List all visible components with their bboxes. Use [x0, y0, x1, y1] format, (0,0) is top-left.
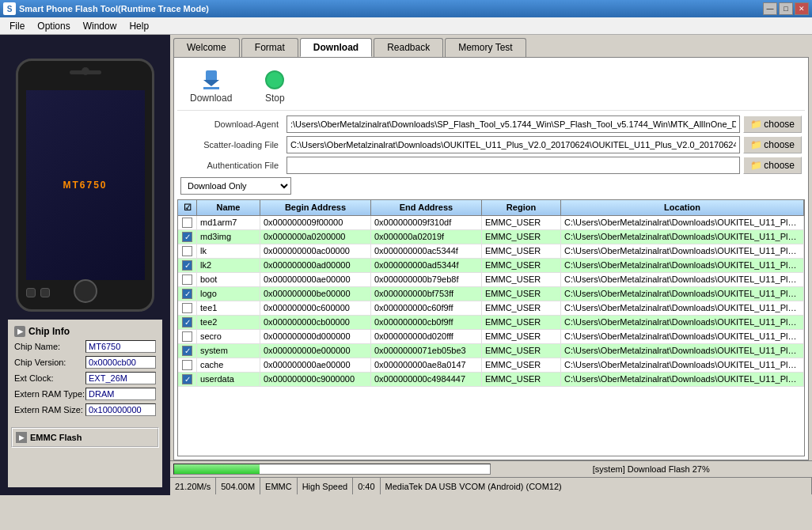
- main-layout: MT6750 ▶ Chip Info Chip Name:: [0, 35, 812, 495]
- close-button[interactable]: ✕: [795, 2, 809, 15]
- status-row: 21.20M/s 504.00M EMMC High Speed 0:40 Me…: [170, 477, 812, 494]
- emmc-section: ▶ EMMC Flash: [11, 427, 159, 448]
- download-icon: [199, 67, 224, 93]
- folder-icon3: 📁: [750, 160, 762, 171]
- row-region: EMMC_USER: [482, 330, 561, 343]
- row-name: md1arm7: [197, 216, 260, 229]
- row-checkbox[interactable]: ✓: [182, 374, 192, 384]
- menu-help[interactable]: Help: [123, 19, 155, 33]
- left-panel: MT6750 ▶ Chip Info Chip Name:: [0, 35, 170, 495]
- auth-file-choose-button[interactable]: 📁 choose: [743, 157, 802, 174]
- chip-info-icon: ▶: [14, 326, 25, 337]
- minimize-button[interactable]: —: [763, 2, 777, 15]
- form-section: Download-Agent 📁 choose Scatter-loading …: [177, 114, 805, 199]
- tab-format[interactable]: Format: [241, 38, 298, 57]
- col-end-addr: End Address: [371, 200, 482, 215]
- progress-text: [system] Download Flash 27%: [494, 464, 810, 474]
- download-button[interactable]: Download: [184, 64, 238, 107]
- row-location: C:\Users\OberMetalzinalrat\Downloads\OUK…: [561, 287, 804, 301]
- col-name: Name: [197, 200, 260, 215]
- status-size: 504.00M: [216, 478, 260, 494]
- row-checkbox[interactable]: ✓: [182, 317, 192, 327]
- row-checkbox-cell: [178, 330, 197, 343]
- tab-download[interactable]: Download: [300, 38, 372, 57]
- row-region: EMMC_USER: [482, 316, 561, 329]
- row-name: boot: [197, 273, 260, 286]
- row-begin-addr: 0x000000000ac00000: [260, 244, 371, 258]
- table-row: ✓md3img0x0000000a02000000x000000a02019fE…: [178, 230, 804, 244]
- row-location: C:\Users\OberMetalzinalrat\Downloads\OUK…: [561, 230, 804, 244]
- row-checkbox[interactable]: [182, 274, 192, 285]
- phone-home-button: [74, 279, 97, 303]
- auth-file-label: Authentication File: [180, 161, 283, 170]
- row-end-addr: 0x000000009f310df: [371, 216, 482, 229]
- maximize-button[interactable]: □: [779, 2, 793, 15]
- row-location: C:\Users\OberMetalzinalrat\Downloads\OUK…: [561, 344, 804, 358]
- row-checkbox[interactable]: ✓: [182, 260, 192, 271]
- menu-options[interactable]: Options: [31, 19, 76, 33]
- row-end-addr: 0x000000000d020fff: [371, 330, 482, 343]
- right-panel: Welcome Format Download Readback Memory …: [170, 35, 812, 495]
- emmc-icon: ▶: [16, 432, 27, 443]
- scatter-loading-label: Scatter-loading File: [180, 140, 283, 150]
- row-checkbox[interactable]: [182, 303, 192, 313]
- table-row: ✓userdata0x000000000c90000000x000000000c…: [178, 373, 804, 387]
- table-row: ✓system0x000000000e0000000x0000000071eb0…: [178, 344, 804, 358]
- progress-bar-container: [173, 464, 491, 475]
- row-name: md3img: [197, 230, 260, 244]
- status-bar: [system] Download Flash 27% 21.20M/s 504…: [170, 460, 812, 495]
- scatter-loading-choose-button[interactable]: 📁 choose: [743, 136, 802, 153]
- row-end-addr: 0x000000000bf753ff: [371, 287, 482, 301]
- menu-file[interactable]: File: [3, 19, 31, 33]
- row-checkbox[interactable]: [182, 246, 192, 256]
- phone-speaker: [70, 70, 101, 74]
- menu-window[interactable]: Window: [77, 19, 123, 33]
- stop-icon: [262, 67, 287, 93]
- download-agent-label: Download-Agent: [180, 119, 283, 129]
- phone-graphic: MT6750: [16, 59, 154, 312]
- row-checkbox[interactable]: [182, 331, 192, 342]
- download-agent-choose-button[interactable]: 📁 choose: [743, 115, 802, 133]
- scatter-loading-input[interactable]: [286, 136, 740, 153]
- col-region: Region: [482, 200, 561, 215]
- chip-row-ext-clock: Ext Clock: EXT_26M: [14, 372, 156, 384]
- status-speed: 21.20M/s: [170, 478, 216, 494]
- table-row: tee10x000000000c6000000x000000000c60f9ff…: [178, 301, 804, 316]
- row-checkbox[interactable]: ✓: [182, 232, 192, 242]
- row-checkbox-cell: ✓: [178, 316, 197, 329]
- status-driver: MediaTek DA USB VCOM (Android) (COM12): [381, 478, 812, 494]
- row-region: EMMC_USER: [482, 301, 561, 315]
- download-mode-select[interactable]: Download Only: [180, 177, 291, 195]
- row-checkbox-cell: ✓: [178, 287, 197, 301]
- tab-readback[interactable]: Readback: [374, 38, 443, 57]
- chip-data-table: Chip Name: MT6750 Chip Version: 0x0000cb…: [14, 340, 156, 418]
- row-end-addr: 0x000000000b79eb8f: [371, 273, 482, 286]
- tab-memory-test[interactable]: Memory Test: [445, 38, 526, 57]
- stop-button[interactable]: Stop: [251, 64, 298, 107]
- row-checkbox-cell: ✓: [178, 230, 197, 244]
- row-checkbox[interactable]: ✓: [182, 346, 192, 356]
- tab-welcome[interactable]: Welcome: [173, 38, 240, 57]
- row-region: EMMC_USER: [482, 273, 561, 286]
- table-row: ✓tee20x000000000cb000000x000000000cb0f9f…: [178, 316, 804, 330]
- row-checkbox[interactable]: [182, 360, 192, 370]
- row-location: C:\Users\OberMetalzinalrat\Downloads\OUK…: [561, 244, 804, 258]
- row-begin-addr: 0x000000009f00000: [260, 216, 371, 229]
- row-begin-addr: 0x000000000c9000000: [260, 373, 371, 386]
- row-end-addr: 0x0000000071eb05be3: [371, 344, 482, 358]
- row-begin-addr: 0x000000000cb00000: [260, 316, 371, 329]
- auth-file-input[interactable]: [286, 157, 740, 174]
- row-name: lk2: [197, 259, 260, 272]
- table-row: secro0x000000000d0000000x000000000d020ff…: [178, 330, 804, 344]
- row-region: EMMC_USER: [482, 358, 561, 372]
- download-agent-input[interactable]: [286, 115, 740, 133]
- chip-row-version: Chip Version: 0x0000cb00: [14, 356, 156, 369]
- row-checkbox[interactable]: ✓: [182, 289, 192, 299]
- row-region: EMMC_USER: [482, 259, 561, 272]
- table-header: ☑ Name Begin Address End Address Region …: [178, 200, 804, 216]
- auth-file-row: Authentication File 📁 choose: [180, 157, 802, 174]
- tab-bar: Welcome Format Download Readback Memory …: [170, 35, 812, 57]
- row-name: logo: [197, 287, 260, 301]
- row-checkbox[interactable]: [182, 218, 192, 228]
- row-checkbox-cell: [178, 358, 197, 372]
